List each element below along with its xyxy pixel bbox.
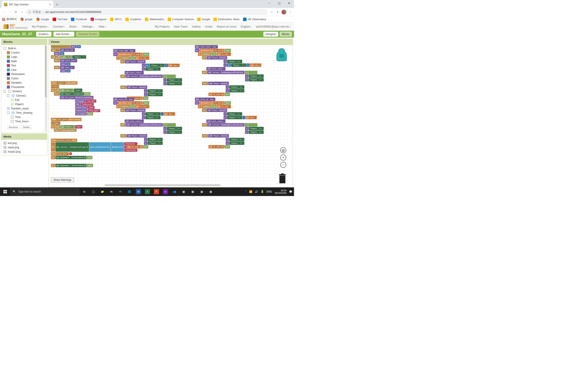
media-file[interactable]: exit.png <box>4 141 45 145</box>
excel-icon[interactable]: X <box>145 189 150 194</box>
show-warnings-button[interactable]: Show Warnings <box>51 177 74 182</box>
cat-lists[interactable]: Lists <box>2 68 46 72</box>
close-window-button[interactable]: ✕ <box>284 0 294 6</box>
taskbar-search[interactable]: 🔍 Type here to search <box>10 188 79 195</box>
cat-dictionaries[interactable]: Dictionaries <box>2 72 46 76</box>
home-button[interactable]: ⌂ <box>20 10 24 14</box>
task-view-icon[interactable]: ⧉ <box>80 188 88 196</box>
link-my-projects[interactable]: My Projects <box>155 25 170 28</box>
menu-settings[interactable]: Settings <box>82 25 94 28</box>
add-screen-button[interactable]: Add Screen ... <box>53 32 74 37</box>
media-file[interactable]: maze.png <box>4 145 45 150</box>
tree-random-maze[interactable]: Random_maze <box>2 106 46 111</box>
media-file[interactable]: maze2.png <box>4 150 45 154</box>
blocks-workspace[interactable]: step10 elsecall move_left step10 else⊞ i… <box>48 45 293 187</box>
tree-time-hours[interactable]: Time_hours <box>2 119 46 124</box>
zoom-target-button[interactable]: ◎ <box>280 147 286 153</box>
cat-logic[interactable]: Logic <box>2 55 46 59</box>
bookmark-folder[interactable]: SPCC <box>110 18 122 21</box>
apps-shortcut[interactable]: 應用程式 <box>2 18 17 21</box>
back-button[interactable]: ← <box>2 10 6 14</box>
backpack-icon[interactable] <box>276 48 288 62</box>
rename-button[interactable]: Rename <box>7 125 20 129</box>
scrollbar[interactable] <box>45 45 47 132</box>
block-start-timer[interactable]: when Start_timer✕ doset Stopwatch.TimerE… <box>51 152 92 159</box>
app-icon[interactable]: ▦ <box>206 188 215 196</box>
menu-icon[interactable]: ⋮ <box>288 10 292 14</box>
battery-icon[interactable]: 🔋 <box>261 190 264 193</box>
tree-screen1[interactable]: −Screen1 <box>2 89 46 94</box>
block-move-right[interactable]: ⊞ to move_right step do⊞ initialize loca… <box>113 49 182 100</box>
app-icon[interactable]: ▦ <box>188 188 197 196</box>
zoom-out-button[interactable]: − <box>280 162 286 168</box>
block-move-down[interactable]: ⊞ to move_down step do⊞ initialize local… <box>195 45 264 96</box>
block-stack[interactable]: step10 elsecall move_left step10 else⊞ i… <box>51 45 86 72</box>
maximize-button[interactable]: ▢ <box>274 0 284 6</box>
wifi-icon[interactable]: 📶 <box>249 190 252 193</box>
powerpoint-icon[interactable]: P <box>154 189 159 194</box>
notifications-icon[interactable]: 💬 <box>289 190 292 193</box>
bookmark-item[interactable]: Google <box>36 18 49 21</box>
bookmark-item[interactable]: YouTube <box>53 18 68 21</box>
tree-canvas1[interactable]: −Canvas1 <box>2 94 46 98</box>
teams-icon[interactable]: 👥 <box>170 188 179 196</box>
bookmark-folder[interactable]: Dictionaries, News <box>214 18 240 21</box>
link-report-issue[interactable]: Report an Issue <box>217 25 236 28</box>
cat-colors[interactable]: Colors <box>2 76 46 80</box>
block-move-left[interactable]: ⊞ to move_left step do⊞ initialize local… <box>113 97 182 148</box>
cat-text[interactable]: Text <box>2 64 46 68</box>
bookmark-folder[interactable]: Mathematics <box>145 18 164 21</box>
close-tab-icon[interactable]: × <box>50 3 51 6</box>
menu-connect[interactable]: Connect <box>53 25 65 28</box>
menu-build[interactable]: Build <box>70 25 77 28</box>
extensions-icon[interactable]: ✦ <box>276 10 280 14</box>
link-gallery[interactable]: Gallery <box>192 25 201 28</box>
menu-help[interactable]: Help <box>98 25 106 28</box>
menu-language[interactable]: English <box>241 25 252 28</box>
onenote-icon[interactable]: N <box>163 189 168 194</box>
cat-procedures[interactable]: Procedures <box>2 85 46 89</box>
cortana-icon[interactable]: ◯ <box>89 188 98 196</box>
browser-tab[interactable]: MIT App Inventor × <box>2 1 53 8</box>
cat-variables[interactable]: Variables <box>2 80 46 85</box>
new-tab-button[interactable]: + <box>55 2 59 8</box>
tree-player1[interactable]: Player1 <box>2 102 46 106</box>
star-icon[interactable]: ☆ <box>270 10 274 14</box>
link-guide[interactable]: Guide <box>205 25 212 28</box>
app-icon[interactable]: ▦ <box>179 188 188 196</box>
bookmark-item[interactable]: HK Observatory <box>243 18 266 21</box>
tree-builtin[interactable]: −Built-in <box>2 46 46 50</box>
volume-icon[interactable]: 🔊 <box>255 190 258 193</box>
address-bar[interactable]: ⚠ 不安全 | ai2.appinventor.mit.edu/#5218029… <box>26 9 268 15</box>
block-collidedwith[interactable]: when Player1.CollidedWith other do⊞ ifge… <box>51 81 100 116</box>
mail-icon[interactable]: ✉ <box>116 188 125 196</box>
profile-avatar[interactable] <box>282 10 286 14</box>
remove-screen-button[interactable]: Remove Screen <box>76 32 99 37</box>
menu-my-projects[interactable]: My Projects <box>32 25 48 28</box>
link-view-trash[interactable]: View Trash <box>174 25 188 28</box>
designer-tab[interactable]: Designer <box>263 32 278 37</box>
chrome-icon[interactable]: 🌐 <box>125 188 134 196</box>
delete-button[interactable]: Delete <box>21 125 32 129</box>
mit-logo[interactable]: MITAPP INVENTOR <box>4 24 28 29</box>
bookmark-item[interactable]: google <box>20 18 33 21</box>
block-afterchoosing[interactable]: when End_game.AfterChoosing choice do⊞ i… <box>51 118 82 132</box>
bookmark-folder[interactable]: Google <box>197 18 210 21</box>
horizontal-scrollbar[interactable] <box>104 184 220 186</box>
cat-control[interactable]: Control <box>2 50 46 55</box>
tree-exit[interactable]: Exit <box>2 98 46 102</box>
tree-time[interactable]: Time <box>2 115 46 119</box>
zoom-in-button[interactable]: + <box>280 154 286 160</box>
tree-time-showing[interactable]: −Time_showing <box>2 111 46 115</box>
file-explorer-icon[interactable]: 📁 <box>98 188 106 196</box>
cat-math[interactable]: Math <box>2 59 46 64</box>
word-icon[interactable]: W <box>136 189 141 194</box>
bookmark-item[interactable]: Facebook <box>71 18 87 21</box>
tray-chevron-icon[interactable]: ˄ <box>245 190 246 193</box>
bookmark-item[interactable]: Instagram <box>90 18 106 21</box>
minimize-button[interactable]: ─ <box>264 0 274 6</box>
reload-button[interactable]: ⟳ <box>14 10 18 14</box>
taskbar-clock[interactable]: 19:54 20/10/2020 <box>275 189 286 194</box>
forward-button[interactable]: → <box>8 10 12 14</box>
block-move-up[interactable]: ⊞ to move_up step do⊞ initialize local h… <box>195 97 264 148</box>
